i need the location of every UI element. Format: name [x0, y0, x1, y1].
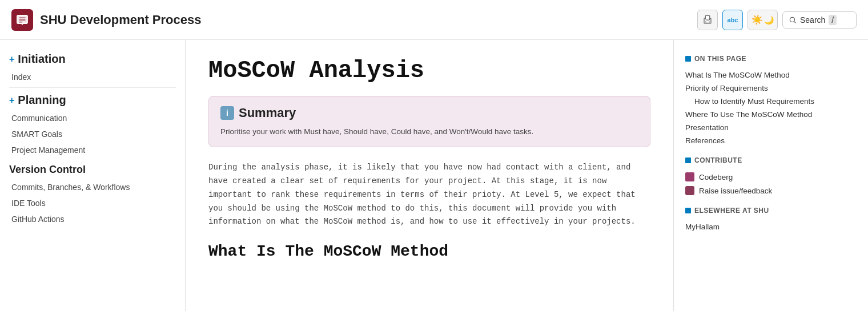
content-area: MoSCoW Analysis i Summary Prioritise you… — [186, 40, 674, 311]
section-title-planning: Planning — [18, 94, 66, 107]
search-shortcut: / — [829, 15, 837, 25]
summary-box: i Summary Prioritise your work with Must… — [208, 96, 650, 147]
info-icon: i — [220, 106, 234, 120]
svg-rect-6 — [705, 15, 710, 19]
svg-rect-7 — [706, 21, 709, 23]
sidebar-subsection-version-control: Version Control — [0, 158, 185, 179]
elsewhere-myhallam[interactable]: MyHallam — [685, 220, 857, 233]
svg-point-9 — [790, 17, 794, 22]
toc-item-5[interactable]: References — [685, 134, 857, 147]
sidebar: + Initiation Index + Planning Communicat… — [0, 40, 186, 311]
header-actions: abc ☀️ 🌙 Search / — [697, 10, 857, 30]
sidebar-item-index[interactable]: Index — [0, 69, 185, 85]
theme-toggle[interactable]: ☀️ 🌙 — [748, 10, 778, 30]
sidebar-section-initiation[interactable]: + Initiation — [0, 49, 185, 69]
toc-item-1[interactable]: Priority of Requirements — [685, 82, 857, 95]
right-panel: ON THIS PAGE What Is The MoSCoW Method P… — [674, 40, 868, 311]
svg-point-8 — [709, 19, 710, 20]
sun-icon: ☀️ — [752, 14, 763, 25]
moon-icon: 🌙 — [764, 15, 774, 25]
section-heading-moscow: What Is The MoSCoW Method — [208, 243, 650, 260]
toc-item-3[interactable]: Where To Use The MoSCoW Method — [685, 108, 857, 121]
toc-item-0[interactable]: What Is The MoSCoW Method — [685, 68, 857, 82]
elsewhere-label: ELSEWHERE AT SHU — [694, 207, 769, 215]
svg-line-10 — [794, 21, 796, 23]
search-icon — [789, 16, 797, 24]
contribute-icon — [685, 157, 691, 163]
codeberg-label: Codeberg — [699, 173, 733, 181]
toc-item-4[interactable]: Presentation — [685, 121, 857, 134]
font-button[interactable]: abc — [722, 10, 743, 30]
contribute-codeberg[interactable]: Codeberg — [685, 170, 857, 184]
contribute-header: CONTRIBUTE — [685, 156, 857, 164]
search-label: Search — [800, 15, 825, 25]
elsewhere-header: ELSEWHERE AT SHU — [685, 207, 857, 215]
site-logo — [11, 9, 33, 31]
sidebar-item-project-management[interactable]: Project Management — [0, 142, 185, 158]
codeberg-icon — [685, 172, 694, 181]
sidebar-section-planning[interactable]: + Planning — [0, 90, 185, 110]
content-body-paragraph: During the analysis phase, it is likely … — [208, 161, 650, 229]
on-this-page-label: ON THIS PAGE — [694, 55, 746, 63]
raise-issue-icon — [685, 186, 694, 195]
contribute-label: CONTRIBUTE — [694, 156, 742, 164]
expand-icon-initiation: + — [9, 54, 14, 64]
expand-icon-planning: + — [9, 95, 14, 106]
sidebar-divider-1 — [9, 87, 176, 88]
elsewhere-icon — [685, 208, 691, 213]
sidebar-item-commits[interactable]: Commits, Branches, & Workflows — [0, 179, 185, 195]
contribute-raise-issue[interactable]: Raise issue/feedback — [685, 184, 857, 197]
summary-text: Prioritise your work with Must have, Sho… — [220, 126, 638, 138]
sidebar-item-smart-goals[interactable]: SMART Goals — [0, 126, 185, 142]
summary-title-text: Summary — [239, 106, 296, 120]
main-layout: + Initiation Index + Planning Communicat… — [0, 40, 868, 311]
site-title: SHU Development Process — [40, 13, 697, 27]
sidebar-item-communication[interactable]: Communication — [0, 110, 185, 126]
print-button[interactable] — [697, 10, 718, 30]
on-this-page-header: ON THIS PAGE — [685, 55, 857, 63]
search-box[interactable]: Search / — [782, 11, 857, 29]
page-title: MoSCoW Analysis — [208, 57, 650, 84]
section-title-initiation: Initiation — [18, 52, 65, 66]
toc-item-2[interactable]: How to Identify Must Requirements — [685, 95, 857, 108]
raise-issue-label: Raise issue/feedback — [699, 187, 772, 195]
sidebar-item-github-actions[interactable]: GitHub Actions — [0, 211, 185, 227]
on-this-page-icon — [685, 56, 691, 62]
summary-header: i Summary — [220, 106, 638, 120]
header: SHU Development Process abc ☀️ 🌙 Search … — [0, 0, 868, 40]
sidebar-item-ide-tools[interactable]: IDE Tools — [0, 195, 185, 211]
